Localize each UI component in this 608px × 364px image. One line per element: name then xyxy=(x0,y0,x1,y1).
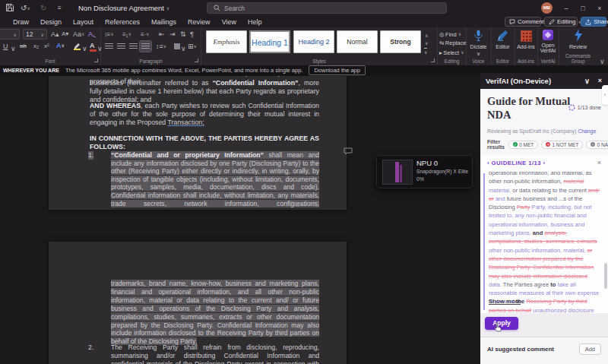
panel-scrollbar[interactable] xyxy=(604,263,607,289)
strikethrough-icon[interactable]: ab xyxy=(20,43,27,50)
change-case-icon[interactable]: Aa∨ xyxy=(73,30,84,38)
cursor-pointer xyxy=(493,322,503,333)
highlight-color-icon[interactable] xyxy=(73,43,81,50)
font-size-combo[interactable]: 12∨ xyxy=(23,29,47,40)
tab-draw[interactable]: Draw xyxy=(13,17,29,27)
share-button[interactable]: Share xyxy=(581,17,606,27)
comments-button[interactable]: Comments xyxy=(505,17,541,27)
download-app-button[interactable]: Download the app xyxy=(309,65,365,75)
maximize-button[interactable]: □ xyxy=(575,0,591,17)
verifai-panel-title: VerifAI (On-Device) xyxy=(486,77,551,85)
underline-icon[interactable]: U xyxy=(3,43,8,50)
font-color-icon[interactable]: A xyxy=(90,42,97,52)
collapse-ribbon-icon[interactable]: ∨ xyxy=(600,58,605,65)
styles-gallery-more-icon[interactable]: ∨ xyxy=(424,48,427,56)
open-verifai-icon[interactable] xyxy=(543,30,553,40)
tab-view[interactable]: View xyxy=(222,17,236,27)
ai-comment-label: AI suggested comment xyxy=(487,346,554,353)
styles-gallery-down-icon[interactable]: ∨ xyxy=(425,40,428,47)
editing-mode-button[interactable]: Editing∨ xyxy=(544,17,578,27)
grow-font-icon[interactable]: A▴ xyxy=(51,30,59,38)
spellcheck-flagged-word: Transaction; xyxy=(168,119,204,126)
margin-comment-icon[interactable] xyxy=(344,147,353,155)
style-heading1[interactable]: Heading 1 xyxy=(249,30,290,53)
customize-quick-access-icon[interactable]: ≡ xyxy=(58,0,62,17)
guideline-diff-text: operational information, and material, a… xyxy=(489,172,600,313)
superscript-icon[interactable]: x² xyxy=(44,43,49,50)
font-name-combo[interactable]: ∨ xyxy=(0,29,20,40)
progress-ring-icon xyxy=(568,104,575,111)
sort-icon[interactable]: ⇅ xyxy=(180,30,186,38)
justify-icon[interactable] xyxy=(140,41,151,52)
multilevel-list-icon[interactable]: ≡∙∨ xyxy=(141,30,149,39)
filter-na[interactable]: –0 NA xyxy=(586,141,608,149)
styles-dialog-launcher[interactable] xyxy=(431,59,435,62)
clear-formatting-icon[interactable]: A⌞ xyxy=(88,30,96,38)
change-link[interactable]: Change xyxy=(578,128,596,134)
subscript-icon[interactable]: x₂ xyxy=(33,43,39,50)
document-title[interactable]: Non Disclosure Agreement ∨ xyxy=(78,0,169,17)
undo-icon[interactable]: ↺∨ xyxy=(21,0,30,17)
guideline-nav: ‹ GUIDELINE 1/13 › × xyxy=(480,156,608,173)
tab-design[interactable]: Design xyxy=(40,17,62,27)
style-emphasis[interactable]: Emphasis xyxy=(206,30,247,53)
guideline-close-icon[interactable]: × xyxy=(597,159,601,166)
redo-icon[interactable]: ↻ xyxy=(40,0,46,17)
style-strong[interactable]: Strong xyxy=(380,30,421,53)
ribbon-group-editor: Editor Editor xyxy=(491,27,515,65)
filter-met[interactable]: ✓0 MET xyxy=(508,141,538,149)
avatar[interactable]: MB xyxy=(541,2,553,14)
text-effects-icon[interactable]: A∨ xyxy=(56,42,65,49)
panel-collapse-icon[interactable]: ∨ xyxy=(584,73,590,89)
review-bolt-icon[interactable] xyxy=(574,29,583,42)
tab-review[interactable]: Review xyxy=(188,17,211,27)
guideline-content[interactable]: operational information, and material, a… xyxy=(480,172,608,313)
styles-gallery-up-icon[interactable]: ∧ xyxy=(425,32,428,40)
tab-references[interactable]: References xyxy=(105,17,140,27)
npu-usage-value: 0% xyxy=(416,176,424,182)
pilcrow-icon[interactable]: ¶ xyxy=(190,30,194,38)
close-button[interactable]: × xyxy=(591,0,608,17)
replace-button[interactable]: ⇆ Replace xyxy=(439,40,466,47)
doc-list-item-2: The Receiving Party shall refrain from d… xyxy=(111,343,319,364)
ribbon-group-font: ∨ 12∨ A▴ A▾ Aa∨ A⌞ U ∨ ab x₂ x² A∨ ∨ A ∨… xyxy=(0,27,101,65)
save-icon[interactable] xyxy=(5,3,14,12)
bullets-icon[interactable]: ⁝≡∨ xyxy=(105,30,114,39)
borders-icon[interactable]: ⊞∨ xyxy=(188,43,197,50)
addins-icon[interactable] xyxy=(521,30,532,42)
guideline-next-icon[interactable]: › xyxy=(541,160,546,166)
numbering-icon[interactable]: ≡₁∨ xyxy=(122,30,131,39)
align-right-icon[interactable] xyxy=(129,43,138,49)
increase-indent-icon[interactable]: ⇥ xyxy=(169,30,176,38)
filter-not-met[interactable]: ×1 NOT MET xyxy=(541,141,583,149)
editor-icon[interactable] xyxy=(497,30,508,41)
paragraph-dialog-launcher[interactable] xyxy=(195,59,198,62)
align-center-icon[interactable] xyxy=(117,43,125,49)
shading-icon[interactable] xyxy=(174,43,180,49)
document-canvas[interactable]: such other business assets, internal doc… xyxy=(0,75,480,364)
doc-list-item-1-continued: trademarks, brand name, know-how, busine… xyxy=(111,280,319,346)
align-left-icon[interactable] xyxy=(105,43,113,49)
select-button[interactable]: ▸ Select ∨ xyxy=(439,49,464,57)
find-button[interactable]: ◎ Find ∨ xyxy=(439,30,461,39)
style-normal[interactable]: Normal xyxy=(337,30,378,53)
panel-side-collapse-tab[interactable]: ‹ xyxy=(602,85,608,105)
tab-layout[interactable]: Layout xyxy=(73,17,93,27)
tab-help[interactable]: Help xyxy=(248,17,262,27)
line-spacing-icon[interactable]: ↕≡∨ xyxy=(156,43,166,50)
shrink-font-icon[interactable]: A▾ xyxy=(62,30,68,38)
tab-mailings[interactable]: Mailings xyxy=(151,17,176,27)
search-input[interactable]: Search xyxy=(207,2,447,14)
underline-chevron-icon[interactable]: ∨ xyxy=(11,45,16,52)
page-1[interactable]: such other business assets, internal doc… xyxy=(49,76,347,210)
doc-list-item-1: “Confidential and or proprietary Informa… xyxy=(111,151,319,207)
font-dialog-launcher[interactable] xyxy=(94,59,98,62)
met-check-icon: ✓ xyxy=(513,142,518,147)
style-heading2[interactable]: Heading 2 xyxy=(293,30,334,53)
dictate-icon[interactable] xyxy=(474,30,483,42)
minimize-button[interactable]: – xyxy=(558,0,575,17)
decrease-indent-icon[interactable]: ⇤ xyxy=(159,30,165,38)
show-more-link[interactable]: Show more xyxy=(489,298,521,305)
page-2[interactable]: trademarks, brand name, know-how, busine… xyxy=(49,242,347,364)
add-comment-button[interactable]: Add xyxy=(579,343,601,355)
